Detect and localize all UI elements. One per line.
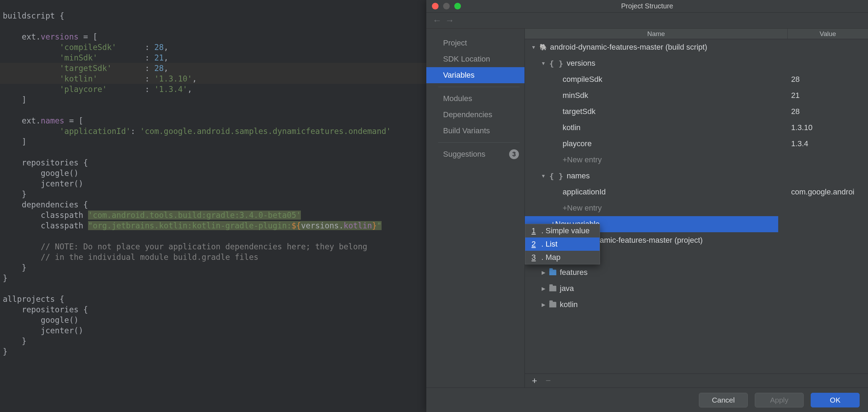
remove-icon[interactable]: − <box>545 375 551 386</box>
popup-item-map[interactable]: 3. Map <box>525 251 600 264</box>
folder-icon <box>549 302 556 307</box>
back-icon[interactable]: ← <box>433 15 442 26</box>
sidebar-item-build variants[interactable]: Build Variants <box>426 123 525 139</box>
sidebar-item-suggestions[interactable]: Suggestions3 <box>426 146 525 162</box>
tree-row-playcore[interactable]: playcore1.3.4 <box>525 136 868 152</box>
popup-item-simple value[interactable]: 1. Simple value <box>525 224 600 237</box>
sidebar-item-variables[interactable]: Variables <box>426 67 525 83</box>
tree-group-versions[interactable]: { }versions <box>525 55 868 71</box>
tree-folder-java[interactable]: java <box>525 280 868 297</box>
nav-row: ← → <box>426 13 868 29</box>
tree-row-targetSdk[interactable]: targetSdk28 <box>525 104 868 120</box>
new-entry-names[interactable]: +New entry <box>525 200 868 216</box>
tree-folder-kotlin[interactable]: kotlin <box>525 297 868 313</box>
tree-group-names[interactable]: { }names <box>525 168 868 184</box>
tree-row-applicationId[interactable]: applicationIdcom.google.androi <box>525 184 868 200</box>
tree-row-kotlin[interactable]: kotlin1.3.10 <box>525 120 868 136</box>
tree-row-minSdk[interactable]: minSdk21 <box>525 87 868 104</box>
header-name: Name <box>525 29 788 39</box>
new-variable-popup: 1. Simple value2. List3. Map <box>525 224 600 264</box>
apply-button[interactable]: Apply <box>755 393 804 407</box>
popup-item-list[interactable]: 2. List <box>525 237 600 251</box>
cancel-button[interactable]: Cancel <box>699 393 748 407</box>
button-bar: Cancel Apply OK <box>426 388 868 412</box>
braces-icon: { } <box>549 59 563 68</box>
tree-root-build-script[interactable]: 🐘android-dynamic-features-master (build … <box>525 39 868 55</box>
tree-footer: + − <box>525 374 868 388</box>
add-icon[interactable]: + <box>532 375 537 386</box>
tree-row-compileSdk[interactable]: compileSdk28 <box>525 71 868 87</box>
sidebar-item-modules[interactable]: Modules <box>426 91 525 107</box>
folder-icon <box>549 270 556 275</box>
main-panel: Name Value 🐘android-dynamic-features-mas… <box>525 29 868 388</box>
sidebar-item-project[interactable]: Project <box>426 35 525 51</box>
forward-icon[interactable]: → <box>445 15 454 26</box>
titlebar: Project Structure <box>426 0 868 13</box>
folder-icon <box>549 286 556 291</box>
table-header: Name Value <box>525 29 868 39</box>
variables-tree[interactable]: 🐘android-dynamic-features-master (build … <box>525 39 868 374</box>
sidebar-item-sdk location[interactable]: SDK Location <box>426 51 525 67</box>
gradle-icon: 🐘 <box>540 43 547 51</box>
new-entry-versions[interactable]: +New entry <box>525 152 868 168</box>
suggestions-badge: 3 <box>509 149 519 159</box>
ok-button[interactable]: OK <box>811 393 860 407</box>
sidebar: ProjectSDK LocationVariablesModulesDepen… <box>426 29 525 388</box>
tree-folder-features[interactable]: features <box>525 264 868 280</box>
sidebar-item-dependencies[interactable]: Dependencies <box>426 107 525 123</box>
header-value: Value <box>788 29 868 39</box>
braces-icon: { } <box>549 172 563 180</box>
dialog-title: Project Structure <box>426 2 868 10</box>
project-structure-dialog: Project Structure ← → ProjectSDK Locatio… <box>426 0 868 412</box>
